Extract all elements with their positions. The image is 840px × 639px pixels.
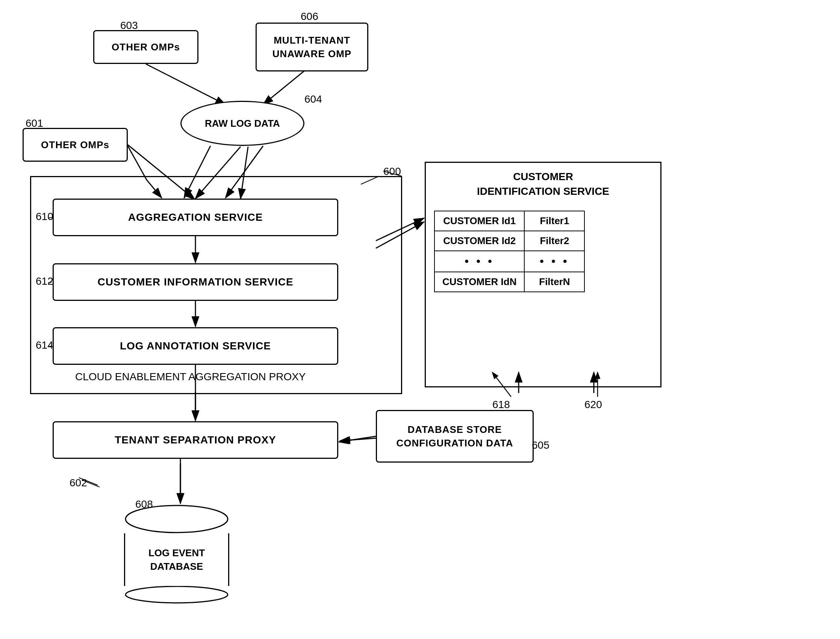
aggregation-service-box: AGGREGATION SERVICE — [52, 199, 338, 236]
customer-idn-cell: CUSTOMER IdN — [434, 272, 524, 292]
table-row: CUSTOMER Id2 Filter2 — [434, 231, 585, 251]
dots-col1-cell: • • • — [434, 251, 524, 272]
customer-id1-cell: CUSTOMER Id1 — [434, 211, 524, 231]
svg-line-2 — [146, 64, 225, 105]
ref-602: 602 — [70, 477, 87, 489]
svg-line-23 — [128, 146, 147, 180]
log-annotation-service-box: LOG ANNOTATION SERVICE — [52, 327, 338, 365]
svg-line-3 — [263, 68, 308, 105]
raw-log-data-label: RAW LOG DATA — [205, 118, 280, 129]
table-row: • • • • • • — [434, 251, 585, 272]
log-event-db-label: LOG EVENTDATABASE — [125, 533, 228, 586]
ref-620: 620 — [585, 399, 602, 411]
cis-table: CUSTOMER Id1 Filter1 CUSTOMER Id2 Filter… — [434, 211, 585, 292]
table-row: CUSTOMER Id1 Filter1 — [434, 211, 585, 231]
ref-608: 608 — [135, 498, 153, 510]
ref-614: 614 — [36, 339, 53, 351]
svg-line-32 — [340, 438, 376, 441]
table-row: CUSTOMER IdN FilterN — [434, 272, 585, 292]
customer-id2-cell: CUSTOMER Id2 — [434, 231, 524, 251]
ref-604: 604 — [304, 93, 322, 105]
ref-605: 605 — [532, 439, 550, 451]
ref-618: 618 — [492, 399, 510, 411]
ref-600: 600 — [384, 165, 401, 178]
database-store-label: DATABASE STORECONFIGURATION DATA — [396, 423, 513, 450]
log-event-db-group: LOG EVENTDATABASE — [124, 504, 229, 604]
other-omps-left-box: OTHER OMPs — [22, 128, 128, 162]
filtren-cell: FilterN — [524, 272, 585, 292]
svg-point-17 — [125, 587, 228, 603]
ref-601: 601 — [25, 118, 43, 129]
ref-612: 612 — [36, 275, 53, 287]
diagram-container: OTHER OMPs 603 MULTI-TENANTUNAWARE OMP 6… — [0, 0, 840, 639]
multi-tenant-omp-box: MULTI-TENANTUNAWARE OMP — [255, 22, 368, 72]
database-store-box: DATABASE STORECONFIGURATION DATA — [376, 410, 534, 463]
tenant-separation-proxy-box: TENANT SEPARATION PROXY — [52, 421, 338, 459]
customer-info-service-box: CUSTOMER INFORMATION SERVICE — [52, 263, 338, 301]
cloud-proxy-label: CLOUD ENABLEMENT AGGREGATION PROXY — [75, 371, 306, 383]
filter2-cell: Filter2 — [524, 231, 585, 251]
ref-606: 606 — [301, 11, 319, 22]
cis-title: CUSTOMERIDENTIFICATION SERVICE — [432, 169, 654, 199]
raw-log-data-ellipse: RAW LOG DATA — [181, 101, 304, 146]
dots-col2-cell: • • • — [524, 251, 585, 272]
ref-603: 603 — [120, 19, 138, 32]
svg-line-10 — [339, 436, 376, 442]
filter1-cell: Filter1 — [524, 211, 585, 231]
multi-tenant-label: MULTI-TENANTUNAWARE OMP — [273, 33, 352, 61]
other-omps-top-box: OTHER OMPs — [93, 30, 198, 64]
